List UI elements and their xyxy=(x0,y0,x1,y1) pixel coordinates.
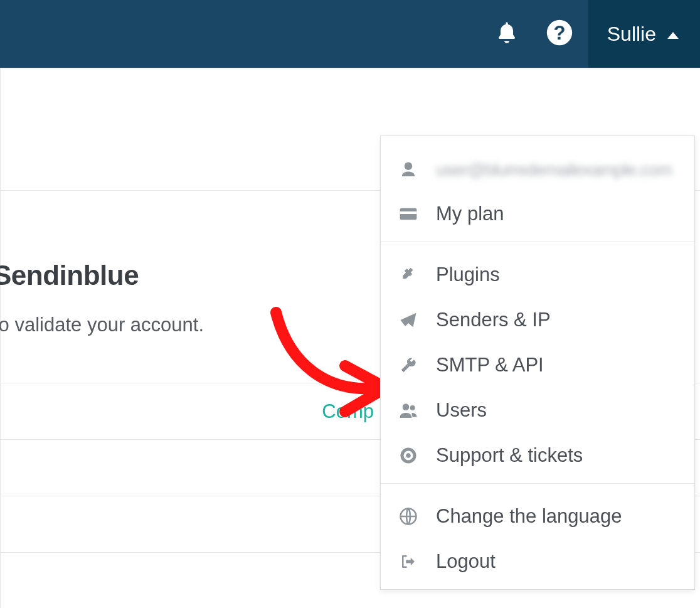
dropdown-item-email: user@blurredemailexample.com xyxy=(381,149,694,191)
dropdown-section-misc: Change the language Logout xyxy=(381,483,694,589)
svg-point-5 xyxy=(410,405,415,410)
dropdown-label: Senders & IP xyxy=(436,309,551,331)
bell-icon[interactable] xyxy=(494,20,519,48)
topbar-icons: ? xyxy=(494,19,573,49)
dropdown-item-users[interactable]: Users xyxy=(381,388,694,433)
credit-card-icon xyxy=(397,204,420,224)
caret-up-icon xyxy=(667,32,679,39)
plug-icon xyxy=(397,265,420,284)
svg-text:?: ? xyxy=(553,22,565,44)
paper-plane-icon xyxy=(397,311,420,329)
dropdown-item-change-language[interactable]: Change the language xyxy=(381,494,694,539)
dropdown-section-tools: Plugins Senders & IP SMTP & API Users xyxy=(381,242,694,483)
dropdown-item-logout[interactable]: Logout xyxy=(381,539,694,584)
dropdown-item-support[interactable]: Support & tickets xyxy=(381,433,694,478)
globe-icon xyxy=(397,507,420,526)
dropdown-item-plugins[interactable]: Plugins xyxy=(381,252,694,297)
life-ring-icon xyxy=(397,446,420,465)
dropdown-item-my-plan[interactable]: My plan xyxy=(381,191,694,237)
dropdown-item-smtp-api[interactable]: SMTP & API xyxy=(381,343,694,388)
dropdown-label: SMTP & API xyxy=(436,354,544,376)
dropdown-section-account: user@blurredemailexample.com My plan xyxy=(381,136,694,242)
user-email: user@blurredemailexample.com xyxy=(436,160,671,180)
user-dropdown: user@blurredemailexample.com My plan Plu… xyxy=(380,136,695,590)
wrench-icon xyxy=(397,356,420,375)
users-icon xyxy=(397,400,420,420)
help-icon[interactable]: ? xyxy=(546,19,573,49)
dropdown-label: Logout xyxy=(436,550,496,573)
dropdown-label: Users xyxy=(436,399,487,422)
dropdown-label: Change the language xyxy=(436,505,622,528)
user-icon xyxy=(397,161,420,179)
sign-out-icon xyxy=(397,552,420,571)
dropdown-item-senders-ip[interactable]: Senders & IP xyxy=(381,297,694,343)
svg-point-4 xyxy=(403,403,410,410)
complete-text: Comp xyxy=(322,400,374,423)
dropdown-label: Support & tickets xyxy=(436,444,583,467)
user-menu-button[interactable]: Sullie xyxy=(588,0,700,68)
dropdown-label: Plugins xyxy=(436,264,500,286)
user-name: Sullie xyxy=(607,23,656,46)
main-area: Sendinblue to validate your account. Com… xyxy=(0,68,700,608)
dropdown-label: My plan xyxy=(436,203,504,225)
top-bar: ? Sullie xyxy=(0,0,700,68)
svg-rect-3 xyxy=(400,211,417,214)
